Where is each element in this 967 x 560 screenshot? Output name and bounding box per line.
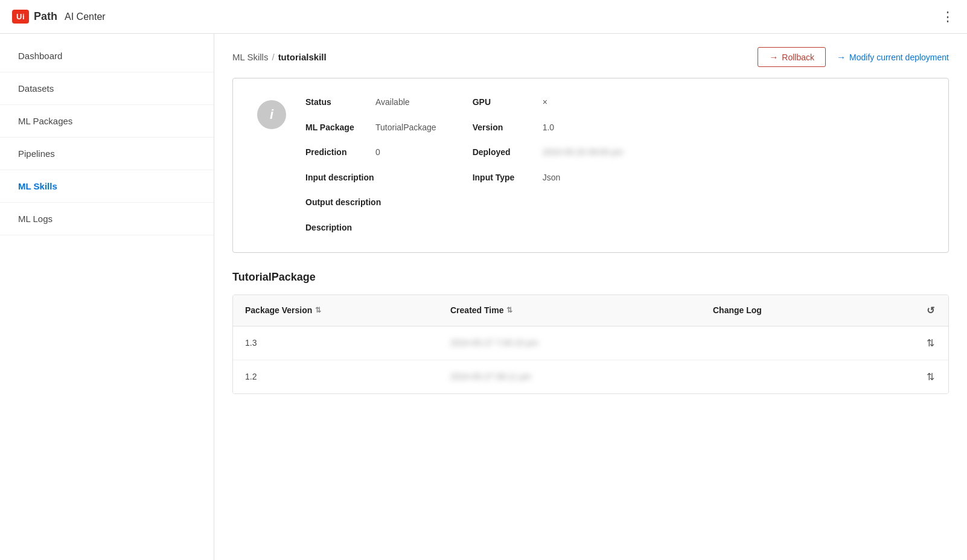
sidebar-item-ml-logs[interactable]: ML Logs [0,203,214,235]
logo-ui: Ui [12,10,29,24]
header: Ui Path AI Center ⋮ [0,0,967,34]
sidebar-item-pipelines[interactable]: Pipelines [0,138,214,170]
label-deployed: Deployed [473,147,533,159]
info-col-left: Status Available ML Package TutorialPack… [305,97,436,234]
label-output-description: Output description [305,197,381,209]
sidebar-item-ml-skills[interactable]: ML Skills [0,170,214,203]
value-version: 1.0 [543,122,554,134]
cell-change-log-1 [701,332,912,354]
modify-arrow-icon: → [837,52,846,62]
info-row-deployed: Deployed 2024-05-20 09:00 pm [473,147,624,159]
sort-icon-package-version: ⇅ [315,306,321,314]
value-prediction: 0 [375,147,380,159]
table-row: 1.3 2024-05-27 7:00:15 pm ⇅ [233,326,948,360]
rollback-arrow-icon: → [769,52,778,62]
cell-created-time-value-1: 2024-05-27 7:00:15 pm [450,338,538,348]
cell-actions-1[interactable]: ⇅ [912,326,948,360]
sidebar: Dashboard Datasets ML Packages Pipelines… [0,34,214,560]
package-section-title: TutorialPackage [232,271,949,284]
value-status: Available [375,97,410,109]
sidebar-item-ml-packages[interactable]: ML Packages [0,105,214,138]
table-header: Package Version ⇅ Created Time ⇅ Change … [233,295,948,326]
cell-version-2: 1.2 [233,361,438,392]
value-deployed: 2024-05-20 09:00 pm [543,147,624,159]
info-icon-circle: i [257,100,286,129]
sidebar-item-datasets[interactable]: Datasets [0,72,214,105]
info-row-description: Description [305,222,436,234]
breadcrumb-current: tutorialskill [278,52,327,62]
label-input-description: Input description [305,172,374,184]
cell-change-log-2 [701,366,912,387]
breadcrumb-parent[interactable]: ML Skills [232,52,268,62]
table-row: 1.2 2024-05-27 08:11 pm ⇅ [233,360,948,393]
label-status: Status [305,97,366,109]
breadcrumb-separator: / [272,52,274,62]
col-label-change-log: Change Log [713,305,762,315]
col-header-package-version[interactable]: Package Version ⇅ [233,296,438,325]
modify-deployment-button[interactable]: → Modify current deployment [837,52,949,62]
info-row-gpu: GPU × [473,97,624,109]
info-grid: Status Available ML Package TutorialPack… [305,97,924,234]
label-ml-package: ML Package [305,122,366,134]
info-col-right: GPU × Version 1.0 Deployed 2024-05-20 09… [473,97,624,234]
label-prediction: Prediction [305,147,366,159]
cell-created-time-1: 2024-05-27 7:00:15 pm [438,327,701,358]
modify-label: Modify current deployment [849,52,949,62]
logo-path: Path [34,10,57,23]
label-input-type: Input Type [473,172,533,184]
top-bar: ML Skills / tutorialskill → Rollback → M… [232,34,949,78]
col-header-created-time[interactable]: Created Time ⇅ [438,296,701,325]
col-label-created-time: Created Time [450,305,503,315]
skill-info-card: i Status Available ML Package TutorialPa… [232,78,949,253]
info-row-input-desc: Input description [305,172,436,184]
logo-area: Ui Path AI Center [12,10,106,24]
main-content: ML Skills / tutorialskill → Rollback → M… [214,34,967,560]
col-header-actions[interactable]: ↺ [912,295,948,326]
cell-created-time-2: 2024-05-27 08:11 pm [438,361,701,392]
info-row-status: Status Available [305,97,436,109]
more-options-icon[interactable]: ⋮ [941,9,955,25]
skill-info-icon: i [257,100,287,129]
info-row-input-type: Input Type Json [473,172,624,184]
sidebar-item-dashboard[interactable]: Dashboard [0,40,214,72]
rollback-button[interactable]: → Rollback [758,47,826,67]
label-gpu: GPU [473,97,533,109]
refresh-icon[interactable]: ↺ [927,305,934,316]
label-description: Description [305,222,366,234]
label-version: Version [473,122,533,134]
sort-icon-created-time: ⇅ [506,306,512,314]
row-action-icon-2[interactable]: ⇅ [927,371,934,383]
col-label-package-version: Package Version [245,305,312,315]
cell-version-1: 1.3 [233,327,438,358]
app-title: AI Center [65,11,106,22]
info-row-ml-package: ML Package TutorialPackage [305,122,436,134]
info-row-version: Version 1.0 [473,122,624,134]
info-row-output-desc: Output description [305,197,436,209]
top-actions: → Rollback → Modify current deployment [758,47,949,67]
cell-actions-2[interactable]: ⇅ [912,360,948,393]
row-action-icon-1[interactable]: ⇅ [927,337,934,349]
info-letter: i [270,107,273,122]
layout: Dashboard Datasets ML Packages Pipelines… [0,34,967,560]
col-header-change-log: Change Log [701,296,912,325]
value-input-type: Json [543,172,561,184]
info-row-prediction: Prediction 0 [305,147,436,159]
package-table: Package Version ⇅ Created Time ⇅ Change … [232,294,949,394]
value-ml-package: TutorialPackage [375,122,436,134]
value-gpu: × [543,97,547,109]
breadcrumb: ML Skills / tutorialskill [232,52,327,62]
cell-created-time-value-2: 2024-05-27 08:11 pm [450,372,531,381]
rollback-label: Rollback [782,52,814,62]
